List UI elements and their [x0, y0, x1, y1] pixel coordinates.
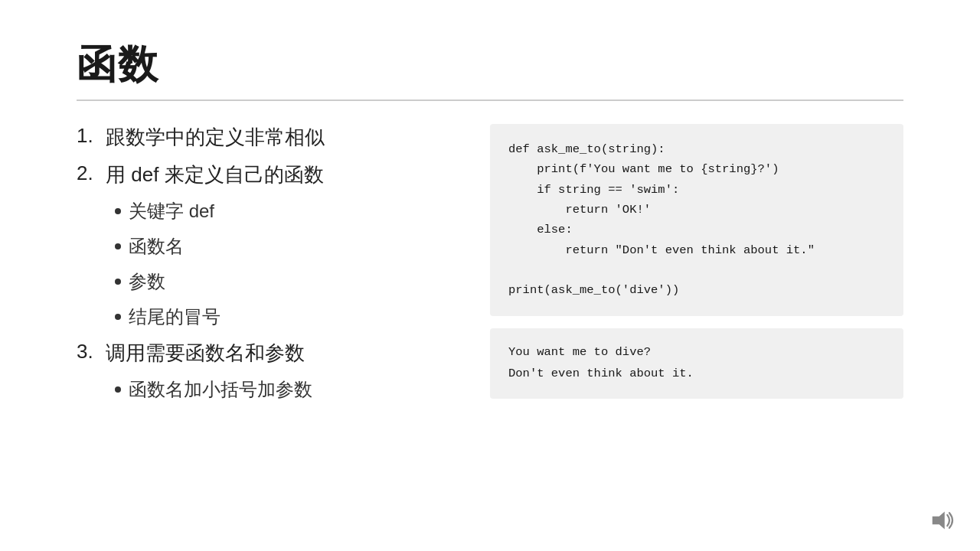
sub-list-2: 关键字 def 函数名 参数 结尾的冒号: [115, 199, 459, 329]
list-num-1: 1.: [77, 124, 100, 148]
sub-list-3: 函数名加小括号加参数: [115, 377, 459, 402]
content-area: 1. 跟数学中的定义非常相似 2. 用 def 来定义自己的函数 关键字 def…: [77, 124, 903, 412]
sub-item-2-2: 函数名: [115, 234, 459, 259]
right-panel: def ask_me_to(string): print(f'You want …: [490, 124, 903, 412]
output-block: You want me to dive? Don't even think ab…: [490, 328, 903, 399]
slide: 函数 1. 跟数学中的定义非常相似 2. 用 def 来定义自己的函数 关键字 …: [0, 0, 980, 551]
page-title: 函数: [77, 38, 903, 92]
list-num-2: 2.: [77, 161, 100, 185]
sub-text-2-3: 参数: [129, 269, 165, 294]
list-item-2: 2. 用 def 来定义自己的函数: [77, 161, 459, 188]
sub-item-2-3: 参数: [115, 269, 459, 294]
title-section: 函数: [77, 38, 903, 92]
list-text-3: 调用需要函数名和参数: [106, 340, 305, 367]
sub-item-2-1: 关键字 def: [115, 199, 459, 223]
bullet-icon: [115, 208, 121, 214]
list-text-1: 跟数学中的定义非常相似: [106, 124, 325, 151]
list-item-3: 3. 调用需要函数名和参数: [77, 340, 459, 367]
title-divider: [77, 99, 903, 101]
bullet-icon: [115, 243, 121, 249]
code-block: def ask_me_to(string): print(f'You want …: [490, 124, 903, 316]
bullet-icon: [115, 279, 121, 285]
list-item-1: 1. 跟数学中的定义非常相似: [77, 124, 459, 151]
speaker-icon[interactable]: [928, 507, 959, 534]
bullet-icon: [115, 314, 121, 320]
list-text-2: 用 def 来定义自己的函数: [106, 161, 324, 188]
svg-marker-0: [933, 511, 945, 529]
sub-text-2-2: 函数名: [129, 234, 184, 259]
list-num-3: 3.: [77, 340, 100, 364]
sub-text-2-4: 结尾的冒号: [129, 305, 220, 329]
sub-text-2-1: 关键字 def: [129, 199, 214, 223]
sub-text-3-1: 函数名加小括号加参数: [129, 377, 312, 402]
bullet-icon: [115, 386, 121, 393]
sub-item-2-4: 结尾的冒号: [115, 305, 459, 329]
sub-item-3-1: 函数名加小括号加参数: [115, 377, 459, 402]
left-panel: 1. 跟数学中的定义非常相似 2. 用 def 来定义自己的函数 关键字 def…: [77, 124, 459, 412]
